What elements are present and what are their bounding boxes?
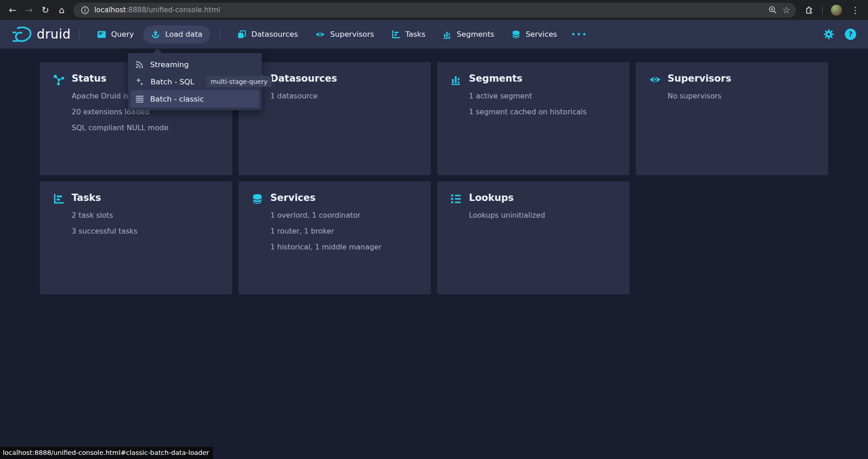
extensions-puzzle-icon (804, 5, 814, 15)
molecule-icon (53, 74, 65, 88)
menu-item-label: Batch - classic (150, 95, 204, 103)
gantt-icon (53, 193, 64, 206)
help-question-icon: ? (848, 30, 853, 39)
profile-avatar (830, 4, 843, 16)
datasources-line: 1 datasource (270, 92, 422, 100)
nav-item-label: Query (111, 30, 134, 39)
card-title: Lookups (469, 192, 514, 203)
druid-logo-icon (12, 26, 33, 43)
browser-menu-button[interactable]: ⋮ (847, 2, 863, 18)
list-dots-icon (450, 193, 462, 206)
tasks-line: 3 successful tasks (72, 227, 223, 235)
load-data-menu: Streaming Batch - SQL multi-stage-query … (128, 53, 262, 110)
url-text[interactable]: localhost:8888/unified-console.html (94, 6, 766, 14)
eye-icon (315, 30, 325, 39)
layers-icon (237, 30, 246, 39)
nav-divider (219, 28, 220, 41)
menu-item-streaming[interactable]: Streaming (131, 56, 259, 73)
console-icon (97, 30, 106, 39)
browser-actions: ⋮ (800, 2, 863, 18)
home-button[interactable]: ⌂ (54, 2, 70, 18)
card-body: 2 task slots 3 successful tasks (72, 211, 223, 243)
card-body: 1 datasource (270, 92, 422, 108)
address-bar[interactable]: localhost:8888/unified-console.html ☆ (73, 3, 796, 18)
nav-item-query[interactable]: Query (89, 25, 141, 44)
segments-line: 1 active segment (469, 92, 620, 100)
back-icon: ← (9, 5, 17, 15)
brand-name: druid (37, 27, 71, 42)
card-title: Status (72, 73, 107, 84)
nav-item-load-data[interactable]: Load data (143, 25, 210, 44)
supervisors-line: No supervisors (668, 92, 819, 100)
card-title: Tasks (72, 192, 101, 203)
segments-card[interactable]: Segments 1 active segment 1 segment cach… (437, 62, 629, 175)
card-body: Lookups uninitialized (469, 211, 620, 227)
gear-icon (824, 29, 834, 39)
menu-item-batch-sql[interactable]: Batch - SQL multi-stage-query (131, 73, 259, 90)
nav-item-label: Services (526, 30, 557, 39)
lookups-card[interactable]: Lookups Lookups uninitialized (437, 181, 629, 294)
home-icon: ⌂ (59, 5, 65, 15)
extensions-button[interactable] (800, 2, 817, 18)
lookups-line: Lookups uninitialized (469, 211, 620, 220)
status-line: SQL compliant NULL mode (72, 124, 223, 132)
bookmark-button[interactable]: ☆ (780, 3, 793, 17)
menu-caret (152, 49, 162, 54)
nav-item-label: Segments (457, 30, 494, 39)
bookmark-star-icon: ☆ (782, 5, 790, 15)
services-card[interactable]: Services 1 overlord, 1 coordinator 1 rou… (239, 181, 431, 294)
nav-item-segments[interactable]: Segments (435, 25, 502, 44)
profile-button[interactable] (828, 2, 844, 18)
nav-more-button[interactable]: ••• (566, 25, 593, 44)
tasks-line: 2 task slots (72, 211, 223, 220)
site-info-icon[interactable] (79, 4, 91, 16)
refresh-button[interactable]: ↻ (37, 2, 54, 18)
card-body: 1 overlord, 1 coordinator 1 router, 1 br… (270, 211, 422, 259)
menu-item-batch-classic[interactable]: Batch - classic (131, 90, 259, 107)
gantt-icon (391, 30, 400, 39)
nav-divider (79, 28, 80, 41)
database-icon (512, 30, 521, 39)
upload-icon (151, 30, 160, 39)
druid-header: druid Query Load data Datasources Superv… (0, 20, 868, 49)
url-host: localhost (94, 6, 126, 14)
msq-badge: multi-stage-query (206, 76, 272, 87)
tasks-card[interactable]: Tasks 2 task slots 3 successful tasks (40, 181, 232, 294)
nav-item-label: Load data (165, 30, 202, 39)
header-actions: ? (824, 29, 856, 40)
refresh-icon: ↻ (42, 5, 49, 15)
settings-button[interactable] (824, 29, 834, 39)
back-button[interactable]: ← (5, 2, 21, 18)
nav-item-datasources[interactable]: Datasources (229, 25, 306, 44)
card-body: 1 active segment 1 segment cached on his… (469, 92, 620, 124)
nav-item-label: Tasks (405, 30, 425, 39)
supervisors-card[interactable]: Supervisors No supervisors (636, 62, 828, 175)
toolbar-separator (822, 5, 823, 15)
card-title: Supervisors (668, 73, 731, 84)
nav-item-supervisors[interactable]: Supervisors (307, 25, 382, 44)
segments-line: 1 segment cached on historicals (469, 108, 620, 116)
browser-toolbar: ← → ↻ ⌂ localhost:8888/unified-console.h… (0, 0, 868, 20)
services-line: 1 router, 1 broker (270, 227, 422, 235)
services-line: 1 historical, 1 middle manager (270, 243, 422, 251)
menu-item-label: Streaming (150, 60, 189, 69)
zoom-icon (768, 5, 777, 15)
list-lines-icon (135, 94, 144, 103)
more-dots-icon: ••• (571, 30, 587, 39)
help-button[interactable]: ? (845, 29, 856, 40)
card-body: No supervisors (668, 92, 819, 108)
feed-icon (135, 60, 144, 69)
forward-button[interactable]: → (21, 2, 37, 18)
nav-item-services[interactable]: Services (504, 25, 565, 44)
services-line: 1 overlord, 1 coordinator (270, 211, 422, 220)
eye-icon (649, 74, 661, 87)
forward-icon: → (25, 5, 33, 15)
kebab-menu-icon: ⋮ (851, 5, 860, 15)
menu-item-label: Batch - SQL (151, 78, 195, 86)
url-path: :8888/unified-console.html (126, 6, 220, 14)
zoom-button[interactable] (766, 3, 780, 17)
druid-logo[interactable]: druid (12, 26, 71, 43)
bar-chart-icon (443, 30, 452, 39)
nav-item-tasks[interactable]: Tasks (384, 25, 433, 44)
sparkles-icon (135, 77, 145, 87)
